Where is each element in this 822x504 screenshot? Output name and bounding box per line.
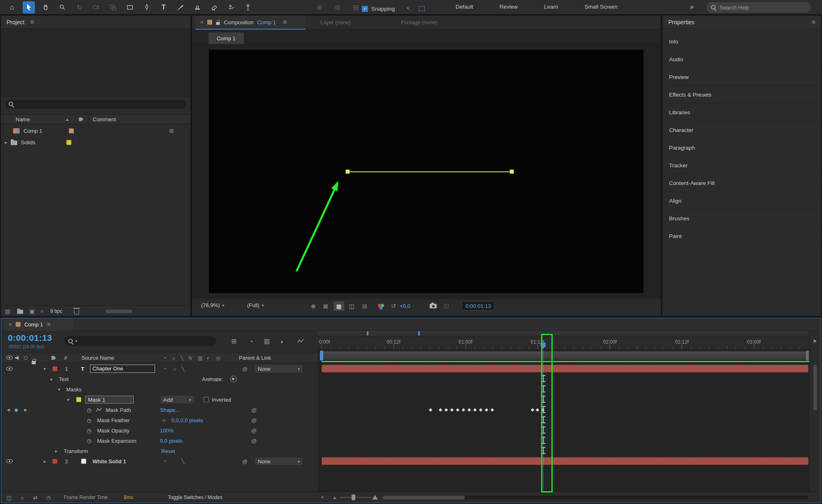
project-panel-header[interactable]: Project ≡ [1, 16, 190, 29]
reset-exposure-icon[interactable]: ↺ [391, 303, 396, 309]
keyframe[interactable]: ◆ [456, 407, 459, 412]
close-icon[interactable]: × [9, 321, 12, 328]
layer-name[interactable]: White Solid 1 [93, 458, 126, 464]
selection-tool-icon[interactable] [23, 1, 35, 14]
timeline-graph-area[interactable]: 0:00f 00:12f 01:00f 01:12f 02:00f 02:12f… [318, 331, 810, 493]
panel-menu-icon[interactable]: ≡ [812, 18, 815, 26]
toggle-av-pane-icon[interactable]: ◫ [4, 494, 14, 502]
effects-switch-icon[interactable]: ☼ [172, 366, 177, 372]
comp-subtab[interactable]: Comp 1 [208, 32, 244, 44]
tab-layer[interactable]: Layer (none) [320, 19, 351, 25]
help-search-input[interactable] [720, 5, 798, 11]
layer-2-duration-bar[interactable] [322, 457, 808, 465]
project-settings-icon[interactable]: ≈ [40, 308, 44, 314]
layer-color-swatch[interactable] [52, 458, 58, 464]
graph-editor-icon[interactable] [295, 336, 306, 346]
stopwatch-icon[interactable]: ◷ [87, 427, 91, 433]
new-composition-icon[interactable]: ▣ [29, 308, 35, 314]
bit-depth-button[interactable]: 8 bpc [50, 308, 62, 314]
property-value[interactable]: 0,0,0,0 pixels [171, 417, 203, 423]
panel-tab-libraries[interactable]: Libraries [662, 104, 821, 121]
puppet-pin-tool-icon[interactable] [242, 1, 254, 14]
mask-feather-row[interactable]: ◷ Mask Feather ∞ 0,0,0,0 pixels @ [1, 415, 318, 425]
comp-marker-bin-icon[interactable]: ⚑ [813, 339, 817, 344]
panel-tab-audio[interactable]: Audio [662, 51, 821, 68]
panel-menu-icon[interactable]: ≡ [283, 18, 287, 26]
eraser-tool-icon[interactable] [208, 1, 220, 14]
project-scrollbar-thumb[interactable] [106, 310, 132, 313]
label-color-chip[interactable] [66, 140, 72, 145]
video-toggle-icon[interactable] [6, 367, 13, 371]
work-area-start-handle[interactable] [320, 351, 323, 361]
interpret-footage-icon[interactable]: ▤ [5, 308, 10, 314]
roto-brush-tool-icon[interactable] [225, 1, 237, 14]
group-label[interactable]: Transform [64, 448, 88, 454]
collapse-chevron-icon[interactable]: ▾ [58, 386, 60, 392]
panel-tab-brushes[interactable]: Brushes [662, 210, 821, 227]
quality-switch-icon[interactable]: ╲ [181, 458, 184, 464]
shy-switch-icon[interactable]: ◔ [163, 366, 166, 372]
keyframe[interactable]: ◆ [462, 407, 465, 412]
project-search-input[interactable] [16, 101, 183, 107]
properties-panel-header[interactable]: Properties ≡ [662, 16, 821, 29]
transparency-grid-icon[interactable]: ▦ [333, 301, 344, 311]
group-label[interactable]: Text [59, 376, 69, 382]
frame-render-time-value[interactable]: 8ms [124, 495, 133, 500]
resolution-dropdown[interactable]: (Full) ▾ [247, 302, 264, 308]
snap-to-features-icon[interactable]: ↖ [404, 4, 414, 13]
clone-stamp-tool-icon[interactable] [191, 1, 204, 14]
panel-tab-character[interactable]: Character [662, 121, 821, 139]
expand-chevron-icon[interactable]: ▸ [51, 376, 53, 381]
panel-tab-align[interactable]: Align [662, 192, 821, 210]
column-name[interactable]: Name [16, 116, 30, 123]
zoom-in-icon[interactable] [372, 495, 378, 499]
property-value[interactable]: 100% [160, 427, 174, 433]
shape-tool-icon[interactable] [124, 1, 136, 14]
tab-footage[interactable]: Footage (none) [401, 19, 438, 25]
tab-composition[interactable]: × Composition Comp 1 ≡ [195, 16, 306, 30]
keyframe[interactable]: ◆ [439, 407, 442, 412]
panel-tab-paint[interactable]: Paint [662, 227, 821, 245]
navigator-marker[interactable] [418, 331, 420, 335]
property-value[interactable]: Shape... [160, 407, 180, 413]
property-pickwhip-icon[interactable]: @ [251, 417, 257, 423]
mask-color-swatch[interactable] [76, 397, 81, 402]
panel-tab-effects-presets[interactable]: Effects & Presets [662, 86, 821, 104]
masks-group-row[interactable]: ▾ Masks [1, 384, 318, 394]
toggle-inout-pane-icon[interactable]: ◷ [43, 494, 54, 502]
collapse-chevron-icon[interactable]: ▾ [67, 397, 69, 402]
keyframe[interactable]: ◆ [468, 407, 471, 412]
panel-tab-paragraph[interactable]: Paragraph [662, 139, 821, 157]
mask-expansion-row[interactable]: ◷ Mask Expansion 0,0 pixels @ [1, 435, 318, 446]
property-label[interactable]: Mask Path [106, 407, 131, 413]
help-search-box[interactable] [706, 2, 811, 13]
property-pickwhip-icon[interactable]: @ [251, 407, 257, 413]
label-color-chip[interactable] [69, 128, 74, 134]
rotate-tool-icon[interactable]: ↻ [73, 1, 86, 14]
parent-dropdown[interactable]: None ▾ [255, 364, 303, 373]
panel-tab-content-aware-fill[interactable]: Content-Aware Fill [662, 174, 821, 192]
local-axis-mode-icon[interactable]: ⊕ [313, 1, 326, 14]
zoom-out-icon[interactable] [333, 497, 336, 499]
inverted-checkbox[interactable] [204, 397, 209, 402]
mask-mode-dropdown[interactable]: Add ▾ [160, 395, 195, 404]
expand-chevron-icon[interactable]: ▸ [5, 140, 7, 145]
panel-tab-info[interactable]: Info [662, 33, 821, 51]
trash-icon[interactable] [74, 310, 79, 314]
camera-tool-icon[interactable] [90, 1, 102, 14]
zoom-tool-icon[interactable] [56, 1, 69, 14]
exposure-value[interactable]: +0,0 [400, 303, 410, 309]
transform-reset-button[interactable]: Reset [161, 448, 175, 454]
parent-pickwhip-icon[interactable]: @ [242, 365, 248, 372]
stopwatch-icon[interactable]: ◷ [87, 407, 91, 413]
transform-group-row[interactable]: ▸ Transform Reset [1, 446, 318, 456]
viewer-timecode[interactable]: 0:00:01:13 [462, 301, 495, 310]
text-group-row[interactable]: ▸ Text Animate: ▶ [1, 374, 318, 384]
world-axis-mode-icon[interactable]: ⊚ [331, 1, 344, 14]
mask-path-row[interactable]: ◀ ◆ ▶ ◷ Mask Path Shape... @ [1, 405, 318, 415]
property-pickwhip-icon[interactable]: @ [251, 427, 257, 433]
type-tool-icon[interactable]: T [157, 1, 170, 14]
toggle-switches-modes-button[interactable]: Toggle Switches / Modes [168, 495, 222, 500]
view-axis-mode-icon[interactable]: ⊞ [350, 1, 362, 14]
grid-guides-icon[interactable]: ⊕ [308, 301, 319, 311]
